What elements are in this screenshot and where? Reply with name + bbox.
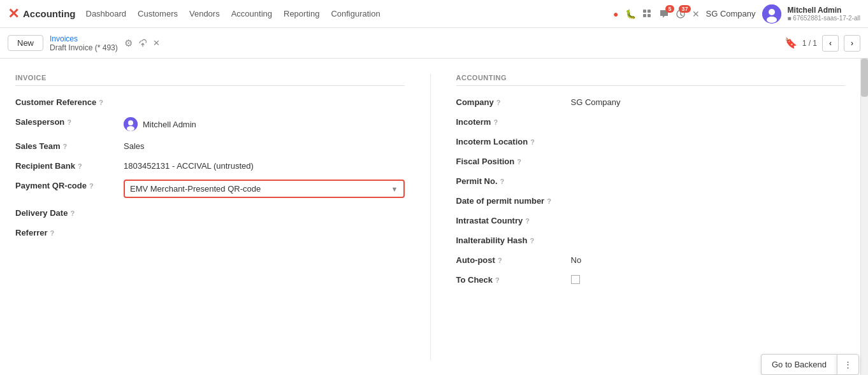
- scrollbar[interactable]: [860, 59, 868, 375]
- incoterm-value[interactable]: [571, 116, 846, 117]
- activity-badge: 37: [679, 5, 690, 13]
- invoice-panel: INVOICE Customer Reference ? Salesperson…: [15, 74, 431, 360]
- avatar: [762, 4, 781, 24]
- payment-qr-row: Payment QR-code ? EMV Merchant-Presented…: [15, 180, 405, 198]
- bug-icon[interactable]: 🐛: [625, 9, 636, 19]
- main-content: INVOICE Customer Reference ? Salesperson…: [0, 59, 868, 375]
- to-check-checkbox[interactable]: [571, 275, 580, 284]
- salesperson-help[interactable]: ?: [67, 118, 71, 126]
- delivery-date-row: Delivery Date ?: [15, 207, 405, 218]
- app-logo[interactable]: ✕ Accounting: [8, 6, 76, 22]
- fiscal-position-value[interactable]: [571, 155, 846, 157]
- customer-reference-row: Customer Reference ?: [15, 96, 405, 107]
- intrastat-country-value[interactable]: [571, 215, 846, 216]
- svg-point-10: [127, 126, 134, 131]
- user-name: Mitchell Admin: [788, 6, 860, 15]
- date-permit-value[interactable]: [571, 195, 846, 196]
- referrer-value[interactable]: [124, 227, 405, 237]
- auto-post-value: No: [571, 254, 846, 265]
- payment-qr-select[interactable]: EMV Merchant-Presented QR-code: [125, 181, 386, 197]
- accounting-section-title: ACCOUNTING: [456, 74, 846, 86]
- prev-button[interactable]: ‹: [822, 35, 839, 52]
- toolbar: New Invoices Draft Invoice (* 493) ⚙ ✕ 🔖…: [0, 28, 868, 59]
- sales-team-value: Sales: [124, 140, 405, 151]
- content-area: INVOICE Customer Reference ? Salesperson…: [0, 59, 860, 375]
- discard-icon[interactable]: ✕: [153, 38, 160, 48]
- recipient-bank-label: Recipient Bank ?: [15, 160, 124, 171]
- inalterability-hash-help[interactable]: ?: [530, 237, 534, 244]
- new-button[interactable]: New: [8, 35, 43, 51]
- nav-vendors[interactable]: Vendors: [189, 9, 220, 18]
- customer-reference-value[interactable]: [124, 96, 405, 107]
- intrastat-country-row: Intrastat Country ?: [456, 215, 846, 225]
- company-value: SG Company: [571, 96, 846, 107]
- discuss-icon[interactable]: 5: [659, 9, 669, 19]
- payment-qr-help[interactable]: ?: [89, 182, 94, 190]
- customer-reference-input[interactable]: [124, 97, 405, 107]
- delivery-date-value[interactable]: [124, 207, 405, 218]
- svg-point-9: [128, 120, 133, 125]
- inalterability-hash-label: Inalterability Hash ?: [456, 234, 571, 245]
- invoice-section-title: INVOICE: [15, 74, 405, 86]
- permit-no-label: Permit No. ?: [456, 175, 571, 186]
- auto-post-help[interactable]: ?: [498, 257, 502, 264]
- date-permit-help[interactable]: ?: [547, 197, 551, 205]
- sales-team-row: Sales Team ? Sales: [15, 140, 405, 151]
- grid-icon[interactable]: [642, 9, 653, 19]
- intrastat-country-help[interactable]: ?: [525, 217, 530, 225]
- bookmark-icon[interactable]: 🔖: [785, 37, 797, 49]
- close-nav-icon[interactable]: ✕: [692, 9, 700, 19]
- salesperson-row: Salesperson ? Mitchell Admin: [15, 116, 405, 131]
- sales-team-help[interactable]: ?: [63, 143, 68, 150]
- navbar-right: ● 🐛 5 37 ✕ SG Company Mitchell Admin ■ 6…: [613, 4, 860, 24]
- incoterm-location-value[interactable]: [571, 136, 846, 137]
- cloud-upload-icon[interactable]: [138, 37, 148, 49]
- delivery-date-help[interactable]: ?: [70, 209, 75, 217]
- incoterm-row: Incoterm ?: [456, 116, 846, 127]
- go-to-backend-more-button[interactable]: ⋮: [837, 354, 859, 375]
- recipient-bank-help[interactable]: ?: [78, 162, 82, 170]
- to-check-help[interactable]: ?: [495, 276, 500, 284]
- permit-no-value[interactable]: [571, 175, 846, 176]
- delivery-date-input[interactable]: [124, 208, 405, 218]
- fiscal-position-help[interactable]: ?: [517, 158, 521, 166]
- accounting-panel: ACCOUNTING Company ? SG Company Incoterm…: [431, 74, 846, 360]
- permit-no-help[interactable]: ?: [500, 178, 505, 185]
- incoterm-location-label: Incoterm Location ?: [456, 136, 571, 146]
- next-button[interactable]: ›: [844, 35, 860, 52]
- logo-icon: ✕: [8, 6, 19, 22]
- incoterm-label: Incoterm ?: [456, 116, 571, 127]
- incoterm-help[interactable]: ?: [493, 118, 498, 126]
- payment-qr-label: Payment QR-code ?: [15, 180, 124, 190]
- nav-configuration[interactable]: Configuration: [331, 9, 380, 18]
- svg-rect-1: [647, 10, 651, 13]
- referrer-help[interactable]: ?: [50, 229, 55, 237]
- recipient-bank-value: 1803452131 - ACCIVAL (untrusted): [124, 160, 405, 171]
- activity-icon[interactable]: 37: [676, 9, 686, 19]
- app-name: Accounting: [23, 8, 76, 19]
- customer-reference-label: Customer Reference ?: [15, 96, 124, 107]
- go-to-backend-bar: Go to Backend ⋮: [761, 354, 859, 375]
- salesperson-label: Salesperson ?: [15, 116, 124, 127]
- go-to-backend-button[interactable]: Go to Backend: [761, 354, 837, 375]
- nav-customers[interactable]: Customers: [138, 9, 178, 18]
- nav-accounting[interactable]: Accounting: [231, 9, 272, 18]
- svg-point-7: [767, 17, 777, 23]
- nav-reporting[interactable]: Reporting: [284, 9, 319, 18]
- referrer-label: Referrer ?: [15, 227, 124, 237]
- company-help[interactable]: ?: [496, 99, 501, 106]
- date-permit-label: Date of permit number ?: [456, 195, 571, 206]
- referrer-input[interactable]: [124, 228, 405, 237]
- auto-post-row: Auto-post ? No: [456, 254, 846, 265]
- auto-post-label: Auto-post ?: [456, 254, 571, 265]
- delivery-date-label: Delivery Date ?: [15, 207, 124, 218]
- settings-icon[interactable]: ⚙: [124, 38, 133, 49]
- scrollbar-thumb[interactable]: [861, 59, 868, 97]
- customer-reference-help[interactable]: ?: [99, 99, 103, 106]
- salesperson-avatar: [124, 117, 138, 131]
- nav-dashboard[interactable]: Dashboard: [86, 9, 127, 18]
- incoterm-location-help[interactable]: ?: [530, 138, 535, 146]
- payment-qr-field[interactable]: EMV Merchant-Presented QR-code ▼: [124, 180, 405, 198]
- breadcrumb-parent[interactable]: Invoices: [50, 34, 118, 43]
- record-icon[interactable]: ●: [613, 9, 618, 19]
